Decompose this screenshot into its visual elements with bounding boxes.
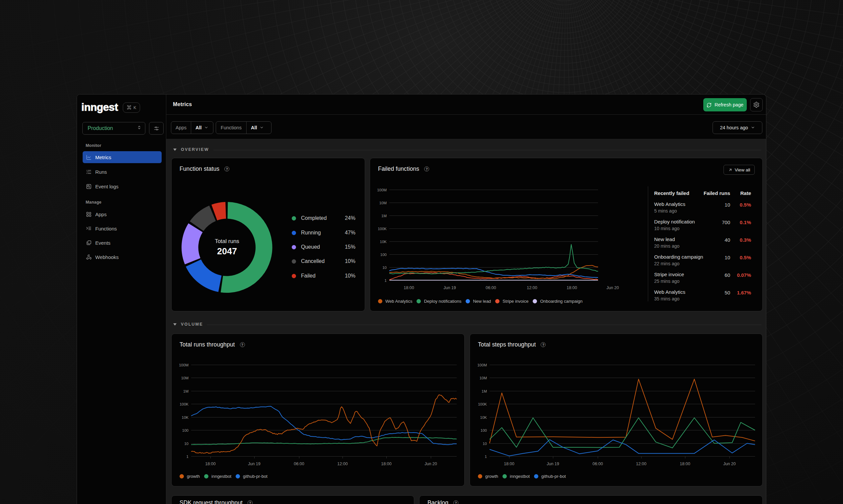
svg-text:10K: 10K — [182, 415, 189, 419]
svg-text:10: 10 — [382, 266, 386, 270]
svg-text:12:00: 12:00 — [636, 462, 646, 466]
svg-text:06:00: 06:00 — [485, 286, 496, 290]
svg-text:Jun 20: Jun 20 — [723, 462, 736, 466]
svg-text:1: 1 — [485, 455, 487, 458]
svg-text:10K: 10K — [480, 415, 487, 419]
svg-text:100: 100 — [182, 428, 189, 432]
svg-text:06:00: 06:00 — [592, 462, 603, 466]
svg-text:100M: 100M — [477, 363, 487, 367]
svg-text:2047: 2047 — [217, 246, 237, 256]
svg-text:1M: 1M — [381, 214, 386, 218]
svg-text:100K: 100K — [378, 227, 386, 231]
svg-text:Jun 20: Jun 20 — [606, 286, 619, 290]
svg-text:1: 1 — [187, 455, 189, 458]
svg-text:18:00: 18:00 — [504, 462, 514, 466]
svg-text:100: 100 — [380, 253, 386, 257]
svg-text:18:00: 18:00 — [403, 286, 414, 290]
svg-text:1M: 1M — [482, 389, 487, 393]
svg-text:18:00: 18:00 — [381, 462, 391, 466]
svg-text:10M: 10M — [480, 376, 487, 380]
svg-text:Jun 19: Jun 19 — [248, 462, 260, 466]
svg-text:10M: 10M — [181, 376, 189, 380]
svg-text:Jun 20: Jun 20 — [425, 462, 437, 466]
svg-text:06:00: 06:00 — [294, 462, 304, 466]
svg-text:18:00: 18:00 — [680, 462, 690, 466]
svg-text:12:00: 12:00 — [337, 462, 347, 466]
svg-text:100: 100 — [481, 428, 487, 432]
svg-text:10: 10 — [483, 442, 487, 446]
svg-text:100M: 100M — [377, 188, 386, 192]
svg-text:1M: 1M — [183, 389, 189, 393]
svg-text:1: 1 — [385, 278, 386, 283]
svg-text:Jun 19: Jun 19 — [547, 462, 559, 466]
svg-text:18:00: 18:00 — [567, 286, 577, 290]
svg-text:10M: 10M — [379, 201, 386, 205]
svg-text:100K: 100K — [179, 402, 189, 406]
svg-text:100M: 100M — [179, 363, 189, 367]
svg-text:12:00: 12:00 — [527, 286, 537, 290]
svg-text:Jun 19: Jun 19 — [443, 286, 456, 290]
svg-text:10: 10 — [184, 442, 189, 446]
svg-text:18:00: 18:00 — [205, 462, 216, 466]
svg-text:100K: 100K — [478, 402, 487, 406]
svg-text:Total runs: Total runs — [215, 238, 239, 245]
svg-text:10K: 10K — [380, 240, 387, 244]
